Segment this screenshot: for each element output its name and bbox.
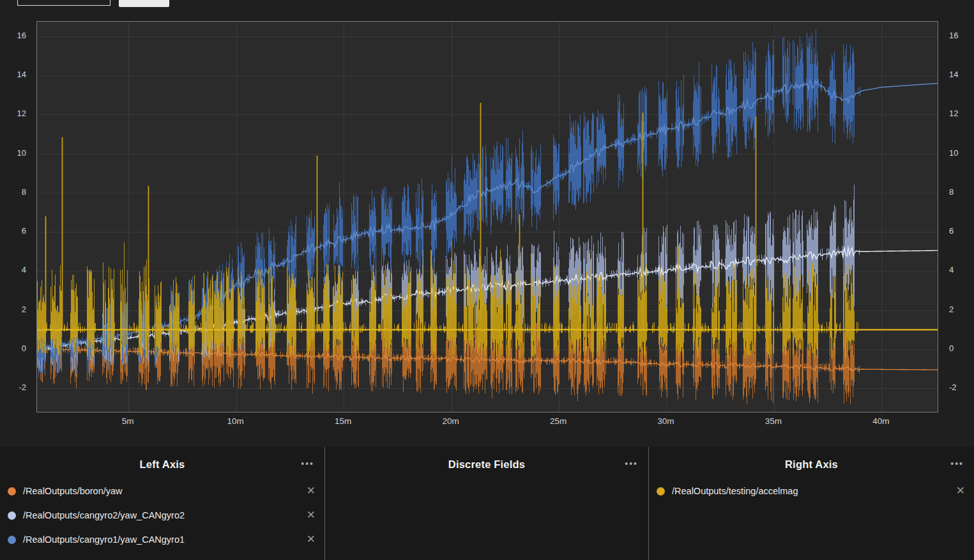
y-axis-tick-label: 4	[949, 265, 954, 275]
x-axis-tick-label: 5m	[112, 416, 143, 426]
x-axis: 5m10m15m20m25m30m35m40m	[36, 416, 938, 430]
series-field-label: /RealOutputs/cangyro1/yaw_CANgyro1	[23, 534, 185, 545]
line-graph-window: 1614121086420-2 1614121086420-2 5m10m15m…	[0, 0, 974, 560]
y-axis-tick-label: 2	[949, 305, 954, 314]
x-axis-tick-label: 35m	[758, 416, 789, 426]
y-axis-right: 1614121086420-2	[945, 22, 974, 413]
y-axis-tick-label: 10	[0, 148, 26, 158]
panel-title: Right Axis	[649, 447, 974, 481]
panel-discrete-fields: Discrete Fields •••	[324, 447, 648, 560]
panel-header: Left Axis •••	[0, 447, 324, 479]
panel-menu-button[interactable]: •••	[301, 458, 314, 469]
remove-field-button[interactable]: ✕	[307, 509, 316, 522]
legend-rows: /RealOutputs/testing/accelmag✕	[649, 479, 974, 503]
legend-item: /RealOutputs/testing/accelmag✕	[649, 479, 974, 503]
panel-header: Right Axis •••	[649, 447, 974, 479]
series-color-dot	[8, 487, 16, 496]
panel-left-axis: Left Axis ••• /RealOutputs/boron/yaw✕/Re…	[0, 447, 324, 560]
chart-canvas[interactable]	[37, 22, 938, 412]
series-field-label: /RealOutputs/cangyro2/yaw_CANgyro2	[23, 510, 185, 520]
legend-item: /RealOutputs/boron/yaw✕	[0, 479, 324, 503]
y-axis-tick-label: 4	[0, 265, 26, 275]
toolbar-button-fragment[interactable]	[119, 0, 169, 7]
y-axis-left: 1614121086420-2	[0, 22, 31, 413]
y-axis-tick-label: 10	[949, 148, 958, 158]
y-axis-tick-label: -2	[949, 382, 957, 392]
y-axis-tick-label: 14	[0, 70, 26, 79]
y-axis-tick-label: 0	[949, 344, 954, 353]
y-axis-tick-label: 8	[949, 187, 954, 197]
legend-item: /RealOutputs/cangyro1/yaw_CANgyro1✕	[0, 527, 324, 552]
panel-menu-button[interactable]: •••	[950, 458, 964, 469]
remove-field-button[interactable]: ✕	[307, 485, 316, 497]
y-axis-tick-label: 12	[949, 109, 958, 118]
x-axis-tick-label: 25m	[543, 416, 574, 426]
legend-rows: /RealOutputs/boron/yaw✕/RealOutputs/cang…	[0, 479, 324, 552]
panel-right-axis: Right Axis ••• /RealOutputs/testing/acce…	[648, 447, 974, 560]
x-axis-tick-label: 10m	[220, 416, 251, 426]
panel-header: Discrete Fields •••	[325, 447, 648, 479]
toolbar-tab-fragment[interactable]	[17, 0, 110, 6]
panel-title: Left Axis	[0, 447, 324, 481]
plot-area[interactable]	[36, 21, 938, 412]
x-axis-tick-label: 30m	[650, 416, 681, 426]
y-axis-tick-label: 6	[949, 226, 954, 236]
remove-field-button[interactable]: ✕	[956, 485, 965, 497]
y-axis-tick-label: 12	[0, 109, 26, 118]
y-axis-tick-label: -2	[0, 382, 26, 392]
series-field-label: /RealOutputs/boron/yaw	[23, 486, 123, 496]
series-field-label: /RealOutputs/testing/accelmag	[672, 486, 798, 496]
series-color-dot	[657, 487, 665, 496]
remove-field-button[interactable]: ✕	[307, 533, 316, 546]
y-axis-tick-label: 16	[0, 31, 26, 40]
legend-panels: Left Axis ••• /RealOutputs/boron/yaw✕/Re…	[0, 447, 974, 560]
x-axis-tick-label: 15m	[328, 416, 358, 426]
panel-menu-button[interactable]: •••	[625, 458, 638, 469]
panel-title: Discrete Fields	[325, 447, 648, 481]
x-axis-tick-label: 40m	[865, 416, 896, 426]
y-axis-tick-label: 6	[0, 226, 26, 236]
series-color-dot	[8, 511, 16, 520]
legend-item: /RealOutputs/cangyro2/yaw_CANgyro2✕	[0, 503, 324, 527]
y-axis-tick-label: 14	[949, 70, 958, 79]
y-axis-tick-label: 8	[0, 187, 26, 197]
series-color-dot	[8, 536, 16, 544]
y-axis-tick-label: 0	[0, 344, 26, 353]
x-axis-tick-label: 20m	[436, 416, 466, 426]
y-axis-tick-label: 16	[949, 31, 958, 40]
y-axis-tick-label: 2	[0, 305, 26, 314]
